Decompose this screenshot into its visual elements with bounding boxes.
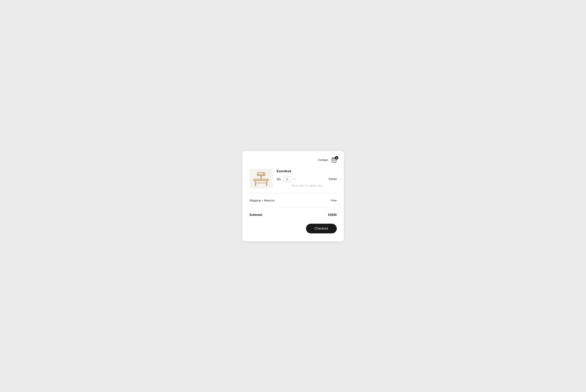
qty-label: Qty — [277, 178, 281, 180]
cart-item: Everdesk Qty × €2640 Press return to upd… — [249, 169, 337, 188]
svg-rect-7 — [260, 176, 262, 179]
cart-count-badge: 1 — [335, 156, 338, 160]
checkout-button[interactable]: Checkout — [306, 224, 337, 234]
update-cart-hint: Press return to update cart — [277, 184, 337, 187]
qty-input[interactable] — [283, 176, 291, 182]
product-name: Everdesk — [277, 169, 337, 173]
qty-controls: Qty × — [277, 176, 295, 182]
contact-link[interactable]: Contact — [318, 158, 328, 162]
cart-modal: Contact 1 — [242, 151, 344, 241]
svg-rect-10 — [257, 172, 265, 173]
cart-icon-button[interactable]: 1 — [331, 157, 337, 163]
svg-rect-11 — [262, 173, 266, 174]
product-price: €2640 — [329, 177, 337, 180]
product-image-svg — [251, 170, 271, 187]
shipping-row: Shipping + Returns: Free — [249, 196, 337, 204]
svg-rect-2 — [266, 180, 267, 186]
header: Contact 1 — [249, 157, 337, 163]
svg-rect-1 — [255, 180, 256, 186]
shipping-value: Free — [331, 199, 337, 202]
svg-rect-3 — [256, 182, 266, 183]
product-image — [249, 169, 273, 188]
subtotal-row: Subtotal: €2640 — [249, 211, 337, 219]
qty-row: Qty × €2640 — [277, 176, 337, 182]
product-details: Everdesk Qty × €2640 Press return to upd… — [277, 169, 337, 188]
subtotal-value: €2640 — [328, 213, 337, 217]
checkout-section: Checkout — [249, 224, 337, 234]
shipping-label: Shipping + Returns: — [249, 199, 275, 202]
divider-top — [249, 193, 337, 193]
svg-rect-5 — [254, 179, 268, 180]
subtotal-label: Subtotal: — [249, 213, 263, 217]
remove-item-button[interactable]: × — [293, 178, 295, 180]
divider-bottom — [249, 208, 337, 208]
